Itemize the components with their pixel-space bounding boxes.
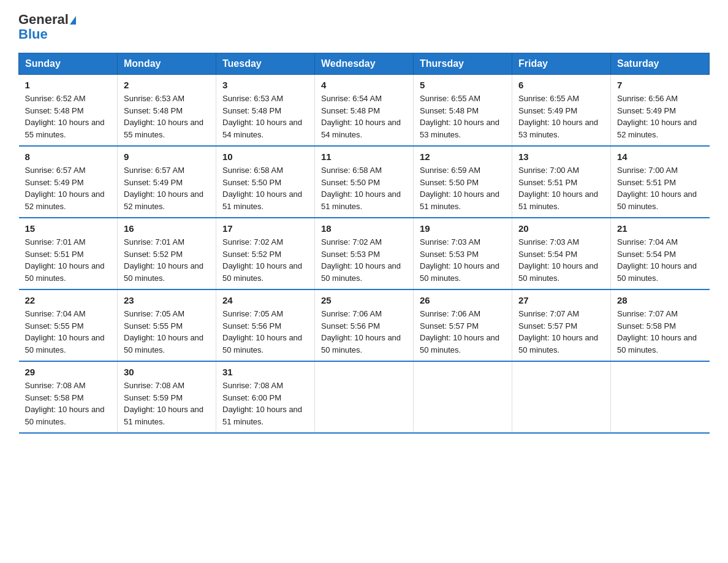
logo-general-text: General xyxy=(18,12,69,27)
calendar-cell: 20Sunrise: 7:03 AMSunset: 5:54 PMDayligh… xyxy=(512,218,611,289)
day-number: 4 xyxy=(321,80,407,90)
calendar-cell: 11Sunrise: 6:58 AMSunset: 5:50 PMDayligh… xyxy=(315,146,414,218)
calendar-cell: 1Sunrise: 6:52 AMSunset: 5:48 PMDaylight… xyxy=(19,75,118,147)
day-info: Sunrise: 7:00 AMSunset: 5:51 PMDaylight:… xyxy=(518,166,598,211)
calendar-week-row: 15Sunrise: 7:01 AMSunset: 5:51 PMDayligh… xyxy=(19,218,710,289)
calendar-cell: 27Sunrise: 7:07 AMSunset: 5:57 PMDayligh… xyxy=(512,289,611,361)
calendar-cell: 26Sunrise: 7:06 AMSunset: 5:57 PMDayligh… xyxy=(414,289,512,361)
calendar-cell: 3Sunrise: 6:53 AMSunset: 5:48 PMDaylight… xyxy=(216,75,315,147)
calendar-cell: 2Sunrise: 6:53 AMSunset: 5:48 PMDaylight… xyxy=(118,75,216,147)
day-number: 2 xyxy=(124,80,210,90)
calendar-cell: 5Sunrise: 6:55 AMSunset: 5:48 PMDaylight… xyxy=(414,75,512,147)
calendar-cell: 30Sunrise: 7:08 AMSunset: 5:59 PMDayligh… xyxy=(118,361,216,433)
day-number: 12 xyxy=(420,151,506,162)
day-info: Sunrise: 7:04 AMSunset: 5:54 PMDaylight:… xyxy=(617,237,697,283)
calendar-table: SundayMondayTuesdayWednesdayThursdayFrid… xyxy=(18,53,710,434)
calendar-cell: 9Sunrise: 6:57 AMSunset: 5:49 PMDaylight… xyxy=(118,146,216,218)
day-info: Sunrise: 6:54 AMSunset: 5:48 PMDaylight:… xyxy=(321,94,401,139)
day-number: 25 xyxy=(321,295,407,305)
day-info: Sunrise: 7:07 AMSunset: 5:57 PMDaylight:… xyxy=(518,309,598,354)
calendar-cell: 17Sunrise: 7:02 AMSunset: 5:52 PMDayligh… xyxy=(216,218,315,289)
day-number: 9 xyxy=(124,151,210,162)
calendar-cell: 10Sunrise: 6:58 AMSunset: 5:50 PMDayligh… xyxy=(216,146,315,218)
day-number: 31 xyxy=(222,367,308,377)
day-info: Sunrise: 7:01 AMSunset: 5:51 PMDaylight:… xyxy=(25,237,105,283)
day-number: 3 xyxy=(222,80,308,90)
day-number: 10 xyxy=(222,151,308,162)
day-info: Sunrise: 7:07 AMSunset: 5:58 PMDaylight:… xyxy=(617,309,697,354)
weekday-header-row: SundayMondayTuesdayWednesdayThursdayFrid… xyxy=(19,53,710,75)
weekday-header-friday: Friday xyxy=(512,53,611,75)
weekday-header-thursday: Thursday xyxy=(414,53,512,75)
day-number: 17 xyxy=(222,223,308,234)
day-number: 26 xyxy=(420,295,506,305)
day-number: 19 xyxy=(420,223,506,234)
day-info: Sunrise: 7:08 AMSunset: 6:00 PMDaylight:… xyxy=(222,381,302,426)
calendar-week-row: 22Sunrise: 7:04 AMSunset: 5:55 PMDayligh… xyxy=(19,289,710,361)
calendar-cell: 13Sunrise: 7:00 AMSunset: 5:51 PMDayligh… xyxy=(512,146,611,218)
day-number: 21 xyxy=(617,223,703,234)
weekday-header-monday: Monday xyxy=(118,53,216,75)
calendar-cell: 22Sunrise: 7:04 AMSunset: 5:55 PMDayligh… xyxy=(19,289,118,361)
calendar-cell: 25Sunrise: 7:06 AMSunset: 5:56 PMDayligh… xyxy=(315,289,414,361)
calendar-cell: 29Sunrise: 7:08 AMSunset: 5:58 PMDayligh… xyxy=(19,361,118,433)
day-info: Sunrise: 7:02 AMSunset: 5:52 PMDaylight:… xyxy=(222,237,302,283)
day-info: Sunrise: 6:55 AMSunset: 5:48 PMDaylight:… xyxy=(420,94,499,139)
day-info: Sunrise: 7:06 AMSunset: 5:57 PMDaylight:… xyxy=(420,309,499,354)
day-number: 28 xyxy=(617,295,703,305)
day-number: 24 xyxy=(222,295,308,305)
day-info: Sunrise: 7:08 AMSunset: 5:59 PMDaylight:… xyxy=(124,381,203,426)
weekday-header-tuesday: Tuesday xyxy=(216,53,315,75)
calendar-week-row: 1Sunrise: 6:52 AMSunset: 5:48 PMDaylight… xyxy=(19,75,710,147)
calendar-cell: 12Sunrise: 6:59 AMSunset: 5:50 PMDayligh… xyxy=(414,146,512,218)
day-info: Sunrise: 7:05 AMSunset: 5:56 PMDaylight:… xyxy=(222,309,302,354)
day-number: 23 xyxy=(124,295,210,305)
calendar-week-row: 29Sunrise: 7:08 AMSunset: 5:58 PMDayligh… xyxy=(19,361,710,433)
day-number: 14 xyxy=(617,151,703,162)
calendar-cell: 21Sunrise: 7:04 AMSunset: 5:54 PMDayligh… xyxy=(611,218,710,289)
calendar-cell: 16Sunrise: 7:01 AMSunset: 5:52 PMDayligh… xyxy=(118,218,216,289)
day-number: 22 xyxy=(25,295,112,305)
calendar-cell: 28Sunrise: 7:07 AMSunset: 5:58 PMDayligh… xyxy=(611,289,710,361)
day-number: 18 xyxy=(321,223,407,234)
day-info: Sunrise: 6:59 AMSunset: 5:50 PMDaylight:… xyxy=(420,166,499,211)
calendar-cell: 31Sunrise: 7:08 AMSunset: 6:00 PMDayligh… xyxy=(216,361,315,433)
day-info: Sunrise: 6:55 AMSunset: 5:49 PMDaylight:… xyxy=(518,94,598,139)
day-number: 20 xyxy=(518,223,604,234)
weekday-header-wednesday: Wednesday xyxy=(315,53,414,75)
day-info: Sunrise: 7:01 AMSunset: 5:52 PMDaylight:… xyxy=(124,237,203,283)
day-number: 27 xyxy=(518,295,604,305)
day-info: Sunrise: 6:57 AMSunset: 5:49 PMDaylight:… xyxy=(124,166,203,211)
weekday-header-saturday: Saturday xyxy=(611,53,710,75)
day-number: 8 xyxy=(25,151,112,162)
day-number: 30 xyxy=(124,367,210,377)
calendar-cell xyxy=(512,361,611,433)
calendar-cell: 8Sunrise: 6:57 AMSunset: 5:49 PMDaylight… xyxy=(19,146,118,218)
day-info: Sunrise: 7:03 AMSunset: 5:53 PMDaylight:… xyxy=(420,237,499,283)
day-number: 29 xyxy=(25,367,112,377)
weekday-header-sunday: Sunday xyxy=(19,53,118,75)
day-number: 7 xyxy=(617,80,703,90)
day-info: Sunrise: 6:53 AMSunset: 5:48 PMDaylight:… xyxy=(124,94,203,139)
calendar-cell: 19Sunrise: 7:03 AMSunset: 5:53 PMDayligh… xyxy=(414,218,512,289)
day-number: 11 xyxy=(321,151,407,162)
day-info: Sunrise: 6:58 AMSunset: 5:50 PMDaylight:… xyxy=(321,166,401,211)
day-number: 1 xyxy=(25,80,112,90)
calendar-cell: 14Sunrise: 7:00 AMSunset: 5:51 PMDayligh… xyxy=(611,146,710,218)
calendar-week-row: 8Sunrise: 6:57 AMSunset: 5:49 PMDaylight… xyxy=(19,146,710,218)
calendar-cell: 24Sunrise: 7:05 AMSunset: 5:56 PMDayligh… xyxy=(216,289,315,361)
calendar-cell: 4Sunrise: 6:54 AMSunset: 5:48 PMDaylight… xyxy=(315,75,414,147)
day-info: Sunrise: 7:05 AMSunset: 5:55 PMDaylight:… xyxy=(124,309,203,354)
calendar-cell: 15Sunrise: 7:01 AMSunset: 5:51 PMDayligh… xyxy=(19,218,118,289)
day-number: 6 xyxy=(518,80,604,90)
calendar-cell: 18Sunrise: 7:02 AMSunset: 5:53 PMDayligh… xyxy=(315,218,414,289)
day-info: Sunrise: 6:56 AMSunset: 5:49 PMDaylight:… xyxy=(617,94,697,139)
day-info: Sunrise: 6:57 AMSunset: 5:49 PMDaylight:… xyxy=(25,166,105,211)
day-info: Sunrise: 7:08 AMSunset: 5:58 PMDaylight:… xyxy=(25,381,105,426)
day-info: Sunrise: 6:58 AMSunset: 5:50 PMDaylight:… xyxy=(222,166,302,211)
calendar-cell xyxy=(315,361,414,433)
day-number: 13 xyxy=(518,151,604,162)
calendar-cell xyxy=(611,361,710,433)
day-info: Sunrise: 7:02 AMSunset: 5:53 PMDaylight:… xyxy=(321,237,401,283)
logo-triangle-icon xyxy=(70,16,76,25)
